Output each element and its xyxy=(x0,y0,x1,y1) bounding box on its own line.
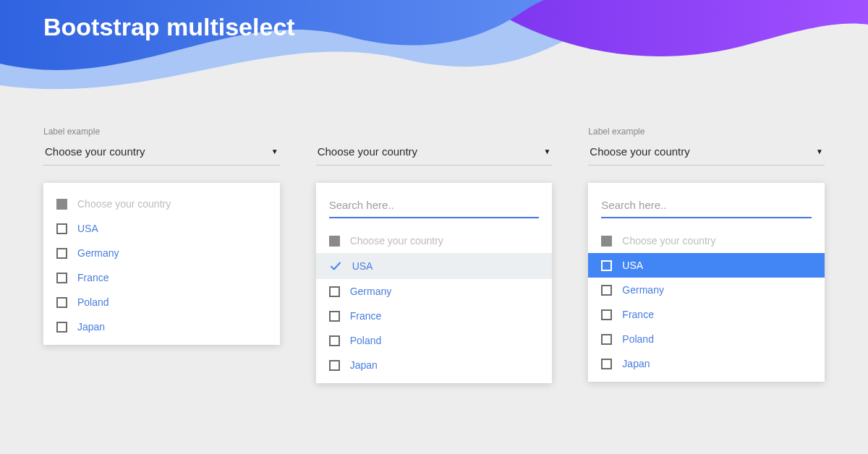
checkbox-icon xyxy=(329,311,340,322)
option-germany[interactable]: Germany xyxy=(588,278,825,302)
dropdown-panel: Choose your country USA Germany France P… xyxy=(43,183,280,345)
option-poland[interactable]: Poland xyxy=(588,327,825,351)
option-germany[interactable]: Germany xyxy=(316,279,553,304)
dropdown-panel: Choose your country USA Germany France P… xyxy=(316,183,553,383)
option-usa[interactable]: USA xyxy=(316,253,553,279)
multiselect-highlight: Label example Choose your country ▼ Choo… xyxy=(588,127,825,382)
checkbox-icon xyxy=(56,273,67,283)
caret-down-icon: ▼ xyxy=(543,147,550,155)
option-germany[interactable]: Germany xyxy=(43,241,280,265)
check-icon xyxy=(329,260,342,273)
page-title: Bootstrap multiselect xyxy=(43,13,295,41)
select-value: Choose your country xyxy=(45,145,145,158)
select-value: Choose your country xyxy=(590,145,689,158)
checkbox-icon xyxy=(329,286,340,297)
select-all-indicator xyxy=(601,236,612,247)
caret-down-icon: ▼ xyxy=(271,147,278,155)
select-all-indicator xyxy=(56,199,67,210)
option-france[interactable]: France xyxy=(316,304,553,328)
checkbox-icon xyxy=(329,360,340,371)
checkbox-icon xyxy=(601,359,612,369)
option-japan[interactable]: Japan xyxy=(588,351,825,376)
option-placeholder: Choose your country xyxy=(43,192,280,216)
option-placeholder: Choose your country xyxy=(588,228,825,253)
multiselect-basic: Label example Choose your country ▼ Choo… xyxy=(43,127,280,345)
checkbox-icon xyxy=(56,297,67,308)
checkbox-icon xyxy=(601,334,612,345)
field-label: Label example xyxy=(588,127,825,137)
hero-banner: Bootstrap multiselect xyxy=(0,0,868,116)
option-japan[interactable]: Japan xyxy=(43,314,280,339)
select-value: Choose your country xyxy=(318,145,417,158)
checkbox-icon xyxy=(601,260,612,271)
select-trigger[interactable]: Choose your country ▼ xyxy=(316,141,553,166)
option-poland[interactable]: Poland xyxy=(43,290,280,314)
select-trigger[interactable]: Choose your country ▼ xyxy=(588,141,825,166)
option-usa[interactable]: USA xyxy=(588,253,825,278)
checkbox-icon xyxy=(601,309,612,320)
search-input[interactable] xyxy=(601,196,812,218)
search-wrap xyxy=(588,192,825,228)
dropdown-panel: Choose your country USA Germany France P… xyxy=(588,183,825,382)
examples-row: Label example Choose your country ▼ Choo… xyxy=(43,127,825,383)
field-label: Label example xyxy=(43,127,280,137)
checkbox-icon xyxy=(56,322,67,333)
option-poland[interactable]: Poland xyxy=(316,328,553,353)
checkbox-icon xyxy=(56,223,67,234)
checkbox-icon xyxy=(56,248,67,259)
checkbox-icon xyxy=(601,285,612,296)
option-placeholder: Choose your country xyxy=(316,228,553,253)
select-all-indicator xyxy=(329,236,340,247)
option-usa[interactable]: USA xyxy=(43,216,280,241)
checkbox-icon xyxy=(329,335,340,346)
search-input[interactable] xyxy=(329,196,540,218)
caret-down-icon: ▼ xyxy=(816,147,823,155)
option-japan[interactable]: Japan xyxy=(316,353,553,377)
multiselect-searchable: Label example Choose your country ▼ Choo… xyxy=(316,127,553,383)
search-wrap xyxy=(316,192,553,228)
option-france[interactable]: France xyxy=(588,302,825,327)
option-france[interactable]: France xyxy=(43,265,280,290)
select-trigger[interactable]: Choose your country ▼ xyxy=(43,141,280,166)
